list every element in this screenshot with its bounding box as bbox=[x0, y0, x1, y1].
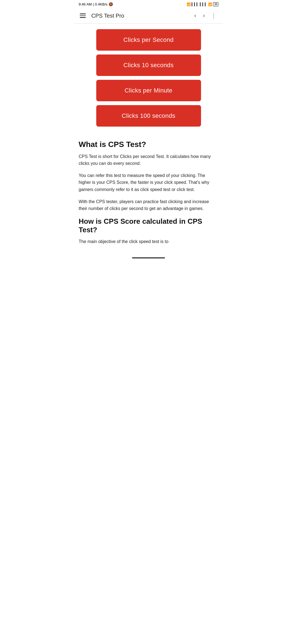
status-network-speed: 0.4KB/s bbox=[95, 2, 108, 6]
clicks-per-second-button[interactable]: Clicks per Second bbox=[96, 29, 201, 51]
status-bar: 9:46 AM | 0.4KB/s 🔕 📶 ▎▎▎ ▎▎▎ 📶 38 bbox=[74, 0, 223, 8]
clicks-100-seconds-button[interactable]: Clicks 100 seconds bbox=[96, 105, 201, 127]
battery-icon: 38 bbox=[213, 2, 218, 6]
nav-back-arrow[interactable]: ‹ bbox=[192, 12, 198, 20]
hamburger-menu-icon[interactable] bbox=[79, 12, 87, 19]
app-bar-left: CPS Test Pro bbox=[79, 12, 124, 19]
clicks-per-minute-button[interactable]: Clicks per Minute bbox=[96, 80, 201, 101]
status-time: 9:46 AM bbox=[79, 2, 92, 6]
status-time-network: 9:46 AM | 0.4KB/s 🔕 bbox=[79, 2, 113, 6]
what-is-cps-heading: What is CPS Test? bbox=[79, 140, 218, 149]
app-bar-right: ‹ › ⋮ bbox=[192, 11, 218, 20]
cps-description-3: With the CPS tester, players can practic… bbox=[79, 198, 218, 212]
app-title: CPS Test Pro bbox=[91, 13, 124, 19]
cps-description-1: CPS Test is short for Clicks per second … bbox=[79, 153, 218, 167]
nav-indicator bbox=[132, 257, 165, 258]
more-options-icon[interactable]: ⋮ bbox=[209, 11, 218, 20]
cps-calculation-description: The main objective of the click speed te… bbox=[79, 238, 218, 245]
signal-icon2: ▎▎▎ bbox=[200, 2, 207, 6]
info-section: What is CPS Test? CPS Test is short for … bbox=[74, 132, 223, 255]
main-content: Clicks per Second Clicks 10 seconds Clic… bbox=[74, 24, 223, 132]
status-icons: 📶 ▎▎▎ ▎▎▎ 📶 38 bbox=[187, 2, 218, 6]
nav-forward-arrow[interactable]: › bbox=[201, 12, 207, 20]
bottom-nav-bar bbox=[74, 255, 223, 261]
app-bar: CPS Test Pro ‹ › ⋮ bbox=[74, 8, 223, 24]
bluetooth-icon: 📶 bbox=[187, 2, 191, 6]
cps-description-2: You can refer this test to measure the s… bbox=[79, 172, 218, 193]
mute-icon: 🔕 bbox=[109, 2, 113, 6]
signal-icon1: ▎▎▎ bbox=[192, 2, 199, 6]
status-separator: | bbox=[93, 2, 94, 6]
clicks-10-seconds-button[interactable]: Clicks 10 seconds bbox=[96, 54, 201, 76]
how-cps-calculated-heading: How is CPS Score calculated in CPS Test? bbox=[79, 217, 218, 234]
wifi-icon: 📶 bbox=[208, 2, 212, 6]
